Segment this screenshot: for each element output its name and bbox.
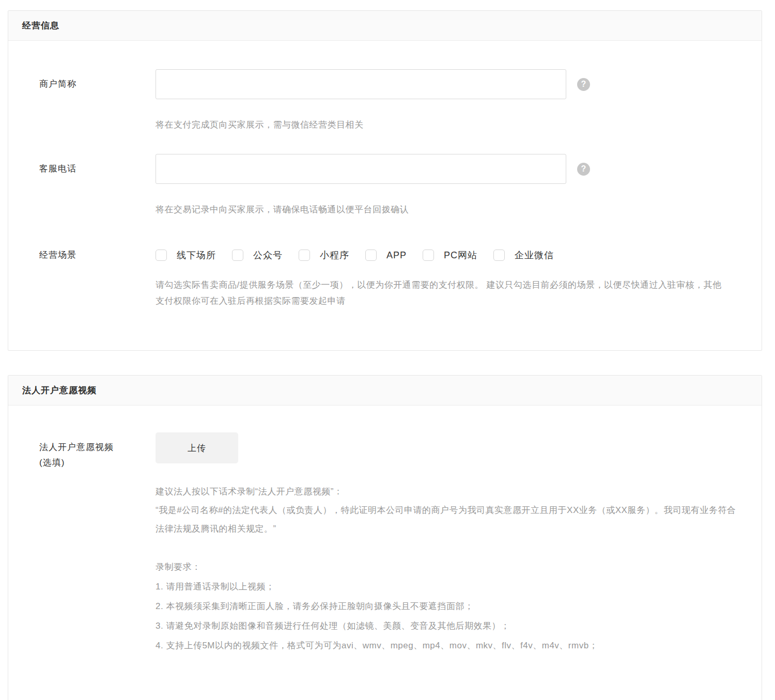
video-script-text: “我是#公司名称#的法定代表人（或负责人），特此证明本公司申请的商户号为我司真实… bbox=[156, 501, 739, 538]
legal-person-video-card: 法人开户意愿视频 法人开户意愿视频 (选填) 上传 建议法人按以下话术录制“法人… bbox=[8, 375, 762, 700]
merchant-short-name-help-icon[interactable]: ? bbox=[577, 78, 590, 91]
merchant-short-name-hint: 将在支付完成页向买家展示，需与微信经营类目相关 bbox=[156, 118, 751, 131]
business-scenes-hint: 请勾选实际售卖商品/提供服务场景（至少一项），以便为你开通需要的支付权限。 建议… bbox=[156, 277, 726, 309]
service-phone-row: 客服电话 ? 将在交易记录中向买家展示，请确保电话畅通以便平台回拨确认 bbox=[39, 154, 751, 216]
requirements-title: 录制要求： bbox=[156, 557, 739, 577]
business-info-card: 经营信息 商户简称 ? 将在支付完成页向买家展示，需与微信经营类目相关 客服电话… bbox=[8, 10, 762, 351]
upload-video-button[interactable]: 上传 bbox=[156, 432, 238, 463]
scene-option-mini-program[interactable]: 小程序 bbox=[299, 249, 349, 261]
business-info-card-header: 经营信息 bbox=[8, 11, 762, 41]
scene-option-offline[interactable]: 线下场所 bbox=[156, 249, 216, 261]
checkbox-official-account-icon[interactable] bbox=[232, 250, 243, 261]
requirement-item-1: 1. 请用普通话录制以上视频； bbox=[156, 577, 739, 597]
checkbox-wecom-icon[interactable] bbox=[493, 250, 505, 261]
scene-option-mini-program-label: 小程序 bbox=[320, 249, 349, 261]
legal-person-video-label-line2: (选填) bbox=[39, 455, 156, 471]
scene-option-wecom[interactable]: 企业微信 bbox=[493, 249, 554, 261]
checkbox-app-icon[interactable] bbox=[365, 250, 377, 261]
scene-option-wecom-label: 企业微信 bbox=[515, 249, 554, 261]
legal-person-video-card-body: 法人开户意愿视频 (选填) 上传 建议法人按以下话术录制“法人开户意愿视频”： … bbox=[8, 406, 762, 700]
video-script-description: 建议法人按以下话术录制“法人开户意愿视频”： “我是#公司名称#的法定代表人（或… bbox=[156, 483, 739, 538]
business-info-card-body: 商户简称 ? 将在支付完成页向买家展示，需与微信经营类目相关 客服电话 ? 将在… bbox=[8, 41, 762, 350]
scene-option-official-account[interactable]: 公众号 bbox=[232, 249, 283, 261]
requirement-item-2: 2. 本视频须采集到清晰正面人脸，请务必保持正脸朝向摄像头且不要遮挡面部； bbox=[156, 597, 739, 616]
checkbox-offline-icon[interactable] bbox=[156, 250, 167, 261]
business-scenes-label: 经营场景 bbox=[39, 249, 156, 261]
legal-person-video-card-title: 法人开户意愿视频 bbox=[22, 384, 97, 396]
video-recording-requirements: 录制要求： 1. 请用普通话录制以上视频； 2. 本视频须采集到清晰正面人脸，请… bbox=[156, 557, 739, 656]
merchant-short-name-label: 商户简称 bbox=[39, 69, 156, 90]
service-phone-input[interactable] bbox=[156, 154, 566, 184]
requirement-item-3: 3. 请避免对录制原始图像和音频进行任何处理（如滤镜、美颜、变音及其他后期效果）… bbox=[156, 616, 739, 636]
scene-option-pc-website[interactable]: PC网站 bbox=[423, 249, 477, 261]
service-phone-label: 客服电话 bbox=[39, 154, 156, 175]
legal-person-video-label: 法人开户意愿视频 (选填) bbox=[39, 432, 156, 471]
service-phone-hint: 将在交易记录中向买家展示，请确保电话畅通以便平台回拨确认 bbox=[156, 203, 751, 216]
legal-person-video-label-line1: 法人开户意愿视频 bbox=[39, 440, 156, 455]
video-script-intro: 建议法人按以下话术录制“法人开户意愿视频”： bbox=[156, 483, 739, 501]
legal-person-video-row: 法人开户意愿视频 (选填) 上传 bbox=[39, 432, 751, 471]
checkbox-pc-website-icon[interactable] bbox=[423, 250, 434, 261]
scene-option-app-label: APP bbox=[386, 250, 407, 261]
scene-option-app[interactable]: APP bbox=[365, 250, 407, 261]
requirement-item-4: 4. 支持上传5M以内的视频文件，格式可为可为avi、wmv、mpeg、mp4、… bbox=[156, 636, 739, 656]
checkbox-mini-program-icon[interactable] bbox=[299, 250, 310, 261]
scene-option-pc-website-label: PC网站 bbox=[444, 249, 477, 261]
business-scenes-row: 经营场景 线下场所 公众号 小程序 bbox=[39, 249, 751, 309]
merchant-short-name-input[interactable] bbox=[156, 69, 566, 99]
legal-person-video-card-header: 法人开户意愿视频 bbox=[8, 376, 762, 406]
scene-option-offline-label: 线下场所 bbox=[177, 249, 216, 261]
scene-option-official-account-label: 公众号 bbox=[253, 249, 283, 261]
service-phone-help-icon[interactable]: ? bbox=[577, 163, 590, 176]
business-info-card-title: 经营信息 bbox=[22, 20, 59, 32]
business-scenes-options: 线下场所 公众号 小程序 APP bbox=[156, 249, 751, 261]
merchant-short-name-row: 商户简称 ? 将在支付完成页向买家展示，需与微信经营类目相关 bbox=[39, 69, 751, 131]
